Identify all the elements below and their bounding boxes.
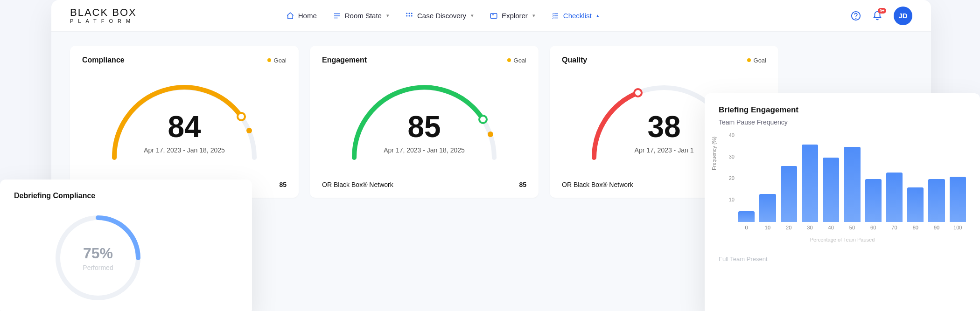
bar-rect	[844, 147, 860, 222]
bar-rect	[950, 177, 966, 222]
svg-point-8	[856, 18, 856, 19]
nav-room-state-label: Room State	[345, 12, 382, 20]
y-axis-label: Frequency (%)	[711, 137, 717, 170]
bar-chart: Frequency (%) 40 30 20 10 01020304050607…	[719, 132, 966, 230]
svg-point-13	[634, 89, 642, 97]
bar-col: 40	[823, 158, 839, 230]
svg-point-2	[411, 13, 412, 14]
topbar: BLACK BOX PLATFORM Home Room State ▾	[51, 0, 931, 32]
bar-x-label: 40	[828, 225, 834, 230]
donut-percent: 75%	[83, 245, 113, 262]
notifications-button[interactable]: 9+	[872, 11, 882, 21]
home-icon	[286, 12, 294, 20]
goal-tag: Goal	[267, 57, 287, 64]
bar-x-label: 30	[807, 225, 812, 230]
network-value: 85	[279, 181, 287, 188]
y-axis: 40 30 20 10	[719, 132, 736, 218]
bar-col: 90	[928, 179, 945, 230]
briefing-engagement-card: Briefing Engagement Team Pause Frequency…	[705, 93, 980, 311]
donut-label: Performed	[83, 264, 113, 271]
logo-text-top: BLACK BOX	[70, 7, 137, 18]
svg-point-12	[488, 131, 493, 137]
gauge-value: 84	[144, 112, 225, 142]
bar-col: 80	[907, 187, 924, 230]
bar-col: 60	[865, 179, 882, 230]
bar-col: 20	[781, 166, 797, 230]
svg-point-0	[406, 13, 407, 14]
nav-home-label: Home	[298, 12, 317, 20]
y-tick: 40	[729, 132, 736, 138]
y-tick: 30	[729, 154, 736, 159]
goal-label: Goal	[514, 57, 526, 64]
debriefing-compliance-card: Debriefing Compliance 75% Performed	[0, 180, 252, 311]
network-label: OR Black Box® Network	[322, 181, 393, 188]
network-value: 85	[519, 181, 526, 188]
goal-label: Goal	[754, 57, 766, 64]
bar-rect	[886, 173, 903, 222]
y-tick: 20	[729, 175, 736, 181]
svg-point-10	[246, 128, 252, 133]
nav-explorer[interactable]: Explorer ▾	[490, 12, 535, 20]
bar-x-label: 70	[891, 225, 897, 230]
goal-label: Goal	[274, 57, 287, 64]
svg-point-1	[409, 13, 410, 14]
bar-rect	[865, 179, 882, 222]
bar-x-label: 20	[786, 225, 791, 230]
bar-col: 100	[950, 177, 966, 230]
gauge-title: Quality	[562, 56, 587, 64]
bar-x-label: 50	[849, 225, 855, 230]
bar-rect	[738, 211, 755, 222]
card-subtitle: Team Pause Frequency	[719, 118, 966, 126]
chevron-down-icon: ▾	[471, 13, 474, 19]
bar-col: 0	[738, 211, 755, 230]
gauge-value: 38	[635, 112, 694, 142]
gauge-title: Engagement	[322, 56, 367, 64]
nav-case-discovery[interactable]: Case Discovery ▾	[405, 12, 474, 20]
gauge-date-range: Apr 17, 2023 - Jan 18, 2025	[384, 146, 465, 154]
logo: BLACK BOX PLATFORM	[70, 7, 137, 24]
bar-col: 70	[886, 173, 903, 230]
y-tick: 10	[729, 197, 736, 202]
card-title: Briefing Engagement	[719, 105, 966, 115]
gauge-date-range: Apr 17, 2023 - Jan 1	[635, 146, 694, 154]
chevron-up-icon: ▴	[596, 13, 599, 19]
list-icon	[333, 12, 341, 20]
goal-dot-icon	[507, 58, 511, 62]
x-axis-label: Percentage of Team Paused	[719, 237, 966, 242]
nav-room-state[interactable]: Room State ▾	[333, 12, 389, 20]
bar-rect	[907, 187, 924, 222]
bar-rect	[802, 145, 818, 222]
explorer-icon	[490, 12, 498, 20]
svg-rect-6	[490, 13, 497, 18]
gauge-compliance: Compliance Goal 84 Apr 17, 2023 - Jan 18…	[70, 46, 299, 198]
bars-container: 0102030405060708090100	[738, 145, 966, 230]
goal-tag: Goal	[747, 57, 766, 64]
card-title: Debriefing Compliance	[14, 192, 238, 200]
help-button[interactable]	[851, 11, 861, 21]
full-team-label: Full Team Present	[719, 256, 966, 263]
nav-explorer-label: Explorer	[502, 12, 528, 20]
nav-home[interactable]: Home	[286, 12, 317, 20]
avatar[interactable]: JD	[894, 7, 912, 25]
bar-col: 10	[759, 194, 776, 230]
bar-col: 30	[802, 145, 818, 230]
gauge-date-range: Apr 17, 2023 - Jan 18, 2025	[144, 146, 225, 154]
bar-rect	[781, 166, 797, 222]
topbar-right: 9+ JD	[851, 7, 912, 25]
nav-checklist-label: Checklist	[563, 12, 592, 20]
notifications-badge: 9+	[878, 8, 886, 14]
nav-checklist[interactable]: Checklist ▴	[551, 12, 599, 20]
svg-point-3	[406, 15, 407, 16]
gauge-title: Compliance	[82, 56, 125, 64]
svg-point-9	[238, 113, 245, 120]
network-label: OR Black Box® Network	[562, 181, 633, 188]
bar-x-label: 80	[913, 225, 918, 230]
discover-icon	[405, 12, 413, 20]
svg-point-4	[409, 15, 410, 16]
bar-col: 50	[844, 147, 860, 230]
chevron-down-icon: ▾	[532, 13, 535, 19]
svg-point-11	[479, 116, 487, 123]
bar-x-label: 90	[934, 225, 939, 230]
gauge-engagement: Engagement Goal 85 Apr 17, 2023 - Jan 18…	[310, 46, 539, 198]
bar-x-label: 60	[870, 225, 876, 230]
